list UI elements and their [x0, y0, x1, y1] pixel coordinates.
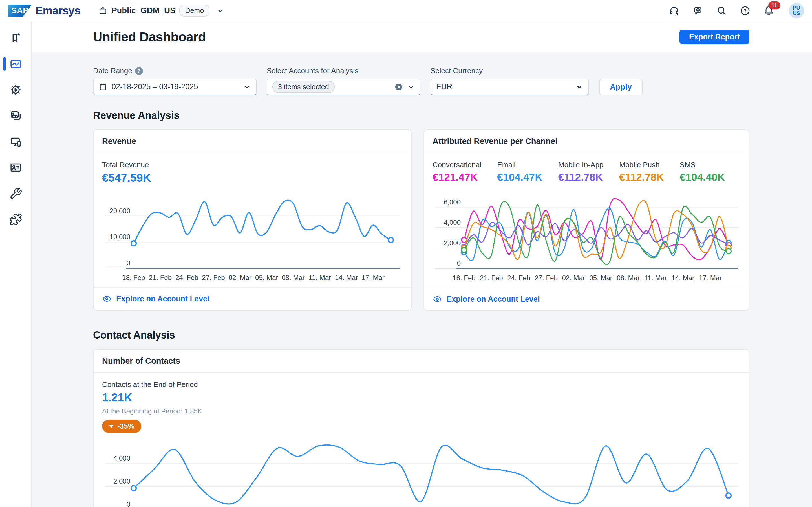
stat-sms: SMS €104.40K: [680, 161, 725, 183]
svg-text:20,000: 20,000: [110, 207, 130, 215]
svg-text:2,000: 2,000: [444, 239, 461, 247]
svg-text:08. Mar: 08. Mar: [282, 274, 305, 281]
svg-text:0: 0: [126, 259, 130, 267]
triangle-down-icon: [109, 425, 114, 428]
header-actions: ? 11 PU US: [669, 3, 804, 18]
revenue-chart: 20,00010,000018. Feb21. Feb24. Feb27. Fe…: [102, 193, 403, 286]
svg-text:17. Mar: 17. Mar: [699, 274, 722, 282]
channels-chart: 6,0004,0002,000018. Feb21. Feb24. Feb27.…: [433, 193, 741, 286]
stat-email: Email €104.47K: [497, 161, 542, 183]
account-name: Public_GDM_US: [111, 6, 175, 15]
chevron-down-icon[interactable]: [216, 7, 224, 15]
sidebar-item-channels[interactable]: [0, 133, 31, 150]
svg-text:02. Mar: 02. Mar: [229, 274, 252, 281]
svg-text:08. Mar: 08. Mar: [617, 274, 640, 282]
stat-mobile-push: Mobile Push €112.78K: [619, 161, 664, 183]
revenue-card-title: Revenue: [94, 130, 411, 153]
export-report-button[interactable]: Export Report: [679, 30, 749, 44]
accounts-label: Select Accounts for Analysis: [267, 66, 358, 75]
svg-text:?: ?: [744, 8, 747, 13]
accounts-filter: Select Accounts for Analysis 3 items sel…: [267, 66, 420, 96]
notification-count-badge: 11: [768, 1, 780, 9]
eye-icon: [102, 294, 112, 304]
svg-text:17. Mar: 17. Mar: [361, 274, 384, 281]
product-name: Emarsys: [36, 4, 80, 17]
avatar[interactable]: PU US: [789, 3, 804, 18]
devices-icon: [9, 135, 22, 148]
svg-text:11. Mar: 11. Mar: [309, 274, 331, 281]
date-range-value: 02-18-2025 – 03-19-2025: [112, 82, 198, 91]
explore-link-label: Explore on Account Level: [116, 295, 209, 303]
total-revenue-label: Total Revenue: [102, 161, 403, 169]
contacts-chart: 4,0002,000018. Feb20. Feb22. Feb24. Feb2…: [102, 438, 741, 507]
currency-value: EUR: [436, 82, 452, 91]
clear-selection-icon[interactable]: [395, 83, 403, 91]
active-indicator: [3, 57, 6, 71]
revenue-card: Revenue Total Revenue €547.59K 20,00010,…: [93, 129, 412, 311]
svg-text:21. Feb: 21. Feb: [480, 274, 503, 282]
sidebar-item-favorites[interactable]: [0, 30, 31, 46]
sidebar-item-automation[interactable]: [0, 82, 31, 98]
sidebar-item-admin-tools[interactable]: [0, 185, 31, 202]
sidebar-item-content[interactable]: [0, 108, 31, 124]
attributed-revenue-card: Attributed Revenue per Channel Conversat…: [423, 129, 749, 311]
sidebar-item-addons[interactable]: [0, 211, 31, 228]
svg-text:05. Mar: 05. Mar: [255, 274, 278, 281]
svg-text:4,000: 4,000: [444, 219, 461, 226]
channel-stats-row: Conversational €121.47K Email €104.47K M…: [433, 161, 741, 183]
sidebar-item-analytics[interactable]: [0, 56, 31, 72]
search-icon[interactable]: [716, 5, 727, 16]
analytics-icon: [9, 57, 22, 70]
explore-link-label: Explore on Account Level: [447, 295, 540, 304]
svg-text:14. Mar: 14. Mar: [672, 274, 695, 282]
contacts-card-title: Number of Contacts: [94, 349, 749, 373]
account-env-badge: Demo: [179, 4, 209, 17]
eye-icon: [433, 294, 442, 304]
svg-text:14. Mar: 14. Mar: [335, 274, 358, 281]
svg-text:21. Feb: 21. Feb: [149, 274, 172, 281]
svg-text:0: 0: [457, 260, 461, 267]
svg-text:2,000: 2,000: [113, 477, 130, 485]
support-headset-icon[interactable]: [669, 5, 679, 16]
help-icon[interactable]: ?: [740, 5, 751, 16]
page-header: Unified Dashboard Export Report: [32, 21, 812, 52]
notifications-bell-icon[interactable]: 11: [763, 5, 774, 16]
avatar-line2: US: [793, 11, 800, 16]
svg-text:18. Feb: 18. Feb: [122, 274, 145, 281]
account-switcher[interactable]: Public_GDM_US Demo: [98, 4, 224, 17]
contacts-card: Number of Contacts Contacts at the End o…: [93, 349, 749, 507]
apply-button[interactable]: Apply: [599, 78, 643, 96]
contacts-change-badge: -35%: [102, 420, 141, 433]
currency-label: Select Currency: [430, 66, 483, 75]
svg-text:6,000: 6,000: [444, 198, 461, 206]
currency-select[interactable]: EUR: [430, 78, 589, 96]
avatar-line1: PU: [793, 5, 800, 11]
sidebar-nav: [0, 21, 32, 507]
chevron-down-icon: [575, 83, 583, 91]
filter-bar: Date Range ? 02-18-2025 – 03-19-2025: [93, 66, 749, 96]
puzzle-icon: [9, 213, 22, 226]
feedback-icon[interactable]: [693, 5, 703, 16]
chevron-down-icon: [243, 83, 251, 91]
svg-text:0: 0: [126, 501, 130, 507]
date-range-help-icon[interactable]: ?: [135, 67, 143, 75]
sap-logo: SAP: [8, 4, 32, 17]
channels-card-title: Attributed Revenue per Channel: [424, 130, 749, 153]
date-range-input[interactable]: 02-18-2025 – 03-19-2025: [93, 78, 257, 96]
svg-text:24. Feb: 24. Feb: [507, 274, 530, 282]
contact-analysis-heading: Contact Analysis: [93, 329, 749, 341]
brand: SAP Emarsys: [8, 4, 80, 17]
channels-explore-link[interactable]: Explore on Account Level: [424, 288, 749, 310]
top-bar: SAP Emarsys Public_GDM_US Demo: [0, 0, 812, 21]
date-range-filter: Date Range ? 02-18-2025 – 03-19-2025: [93, 66, 257, 96]
svg-text:27. Feb: 27. Feb: [535, 274, 557, 282]
accounts-multiselect[interactable]: 3 items selected: [267, 78, 420, 96]
revenue-analysis-heading: Revenue Analysis: [93, 110, 749, 121]
svg-text:10,000: 10,000: [110, 233, 130, 240]
bookmark-star-icon: [9, 32, 22, 45]
svg-text:4,000: 4,000: [113, 454, 130, 462]
sidebar-item-contacts[interactable]: [0, 159, 31, 176]
svg-text:27. Feb: 27. Feb: [202, 274, 225, 281]
briefcase-icon: [98, 6, 107, 15]
revenue-explore-link[interactable]: Explore on Account Level: [94, 287, 411, 310]
